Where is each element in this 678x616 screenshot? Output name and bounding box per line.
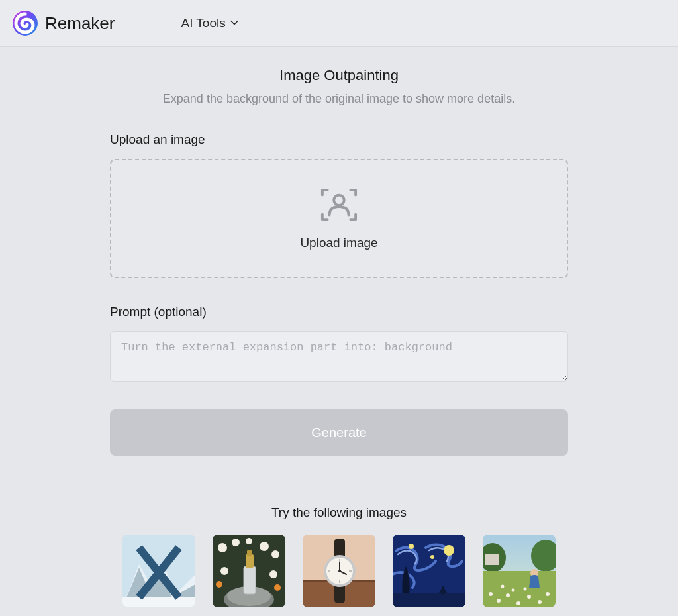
svg-point-17 xyxy=(274,584,281,591)
svg-point-15 xyxy=(246,538,252,544)
brand-logo-icon xyxy=(12,10,38,36)
brand-name: Remaker xyxy=(45,13,115,34)
sample-image-starry-night[interactable] xyxy=(393,535,465,607)
upload-person-icon xyxy=(320,187,358,223)
sample-image-mountain-x[interactable] xyxy=(122,535,195,607)
svg-point-35 xyxy=(338,570,341,572)
svg-point-9 xyxy=(218,543,227,552)
svg-point-53 xyxy=(538,600,542,604)
chevron-down-icon xyxy=(230,16,239,30)
sample-image-watch[interactable] xyxy=(303,535,375,607)
svg-point-51 xyxy=(516,601,520,605)
upload-section-label: Upload an image xyxy=(110,132,568,147)
svg-point-12 xyxy=(271,550,279,558)
svg-rect-20 xyxy=(244,566,256,594)
sample-image-child-meadow[interactable] xyxy=(483,535,556,607)
svg-point-11 xyxy=(260,542,269,551)
svg-point-10 xyxy=(232,539,240,546)
svg-point-57 xyxy=(501,585,505,588)
brand[interactable]: Remaker xyxy=(12,10,115,36)
header: Remaker AI Tools xyxy=(0,0,678,47)
svg-rect-42 xyxy=(442,586,444,595)
svg-point-50 xyxy=(506,593,510,597)
generate-button-label: Generate xyxy=(311,425,366,440)
page-title: Image Outpainting xyxy=(0,67,678,84)
svg-point-1 xyxy=(334,195,344,205)
svg-point-49 xyxy=(497,599,501,603)
svg-point-52 xyxy=(527,595,531,599)
svg-point-54 xyxy=(546,592,550,596)
nav-ai-tools-label: AI Tools xyxy=(181,16,225,30)
samples-row xyxy=(110,535,568,607)
samples-title: Try the following images xyxy=(110,505,568,520)
sample-image-perfume-flowers[interactable] xyxy=(213,535,285,607)
svg-point-55 xyxy=(512,589,515,592)
svg-rect-5 xyxy=(122,597,195,607)
svg-point-37 xyxy=(444,545,454,556)
generate-button[interactable]: Generate xyxy=(110,409,568,456)
svg-rect-21 xyxy=(246,554,254,568)
upload-dropzone[interactable]: Upload image xyxy=(110,159,568,278)
prompt-section-label: Prompt (optional) xyxy=(110,305,568,319)
svg-rect-40 xyxy=(393,593,465,607)
svg-rect-46 xyxy=(485,554,499,565)
page-subtitle: Expand the background of the original im… xyxy=(0,92,678,106)
svg-point-56 xyxy=(524,588,527,591)
svg-point-48 xyxy=(489,592,493,596)
svg-point-13 xyxy=(269,570,277,578)
svg-rect-22 xyxy=(247,550,252,556)
upload-text: Upload image xyxy=(300,236,377,250)
svg-point-16 xyxy=(216,581,222,588)
main-content: Image Outpainting Expand the background … xyxy=(0,47,678,616)
prompt-input[interactable] xyxy=(110,331,568,382)
svg-point-38 xyxy=(409,544,414,549)
svg-point-14 xyxy=(220,567,228,575)
svg-point-39 xyxy=(430,555,434,559)
nav-ai-tools[interactable]: AI Tools xyxy=(181,16,238,30)
